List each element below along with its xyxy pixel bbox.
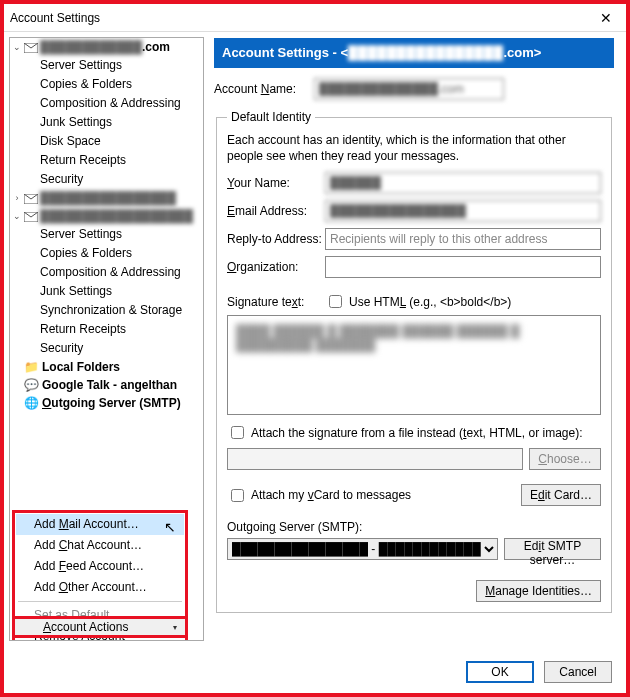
expand-icon[interactable]: ⌄ (12, 42, 22, 52)
titlebar: Account Settings ✕ (4, 4, 626, 32)
tree-item-copies-folders[interactable]: Copies & Folders (10, 75, 203, 94)
default-identity-group: Default Identity Each account has an ide… (216, 110, 612, 613)
menu-add-feed-account[interactable]: Add Feed Account… (16, 556, 184, 577)
collapse-icon[interactable]: › (12, 193, 22, 203)
cursor-icon: ↖ (164, 517, 176, 538)
account-node[interactable]: ⌄ ████████████.com (10, 38, 203, 56)
tree-item-return-receipts[interactable]: Return Receipts (10, 151, 203, 170)
local-folders-node[interactable]: 📁 Local Folders (10, 358, 203, 376)
folder-icon: 📁 (24, 360, 38, 374)
globe-icon: 🌐 (24, 396, 38, 410)
tree-item-server-settings[interactable]: Server Settings (10, 56, 203, 75)
your-name-input[interactable] (325, 172, 601, 194)
panel-header: Account Settings - <████████████████.com… (214, 38, 614, 68)
tree-item-security[interactable]: Security (10, 339, 203, 358)
account-tree[interactable]: ⌄ ████████████.com Server Settings Copie… (9, 37, 204, 641)
your-name-label: Your Name: (227, 176, 325, 190)
tree-item-junk[interactable]: Junk Settings (10, 113, 203, 132)
signature-file-path-input (227, 448, 523, 470)
use-html-label: Use HTML (e.g., <b>bold</b>) (349, 295, 511, 309)
tree-item-security[interactable]: Security (10, 170, 203, 189)
manage-identities-button[interactable]: Manage Identities… (476, 580, 601, 602)
account-label: ██████████████████ (40, 209, 193, 223)
close-icon[interactable]: ✕ (586, 4, 626, 32)
tree-item-sync-storage[interactable]: Synchronization & Storage (10, 301, 203, 320)
edit-smtp-button[interactable]: Edit SMTP server… (504, 538, 601, 560)
choose-file-button[interactable]: Choose… (529, 448, 601, 470)
organization-input[interactable] (325, 256, 601, 278)
local-folders-label: Local Folders (42, 360, 120, 374)
menu-add-chat-account[interactable]: Add Chat Account… (16, 535, 184, 556)
window-title: Account Settings (10, 11, 100, 25)
outgoing-smtp-label: Outgoing Server (SMTP) (42, 396, 181, 410)
menu-add-mail-account[interactable]: Add Mail Account… ↖ (16, 514, 184, 535)
tree-item-composition[interactable]: Composition & Addressing (10, 263, 203, 282)
cancel-button[interactable]: Cancel (544, 661, 612, 683)
attach-vcard-checkbox[interactable] (231, 489, 244, 502)
menu-add-other-account[interactable]: Add Other Account… (16, 577, 184, 598)
account-name-label: Account Name: (214, 82, 314, 96)
tree-item-junk[interactable]: Junk Settings (10, 282, 203, 301)
attach-vcard-label: Attach my vCard to messages (251, 488, 411, 502)
account-node[interactable]: ⌄ ██████████████████ (10, 207, 203, 225)
replyto-input[interactable] (325, 228, 601, 250)
outgoing-smtp-select[interactable]: ████████████████ - ████████████ (227, 538, 498, 560)
email-input[interactable] (325, 200, 601, 222)
edit-card-button[interactable]: Edit Card… (521, 484, 601, 506)
replyto-label: Reply-to Address: (227, 232, 325, 246)
mail-icon (24, 211, 38, 221)
ok-button[interactable]: OK (466, 661, 534, 683)
organization-label: Organization: (227, 260, 325, 274)
email-label: Email Address: (227, 204, 325, 218)
mail-icon (24, 193, 38, 203)
signature-textarea[interactable]: ████ ██████ █ ███████ ██████ ██████ █ ██… (227, 315, 601, 415)
use-html-checkbox[interactable] (329, 295, 342, 308)
group-legend: Default Identity (227, 110, 315, 124)
account-actions-button[interactable]: Account Actions ▾ (12, 616, 188, 638)
outgoing-smtp-node[interactable]: 🌐 Outgoing Server (SMTP) (10, 394, 203, 412)
expand-icon[interactable]: ⌄ (12, 211, 22, 221)
identity-hint: Each account has an identity, which is t… (227, 132, 601, 164)
tree-item-disk-space[interactable]: Disk Space (10, 132, 203, 151)
signature-label: Signature text: (227, 295, 325, 309)
account-label: ████████████.com (40, 40, 170, 54)
mail-icon (24, 42, 38, 52)
tree-item-copies-folders[interactable]: Copies & Folders (10, 244, 203, 263)
account-node[interactable]: › ████████████████ (10, 189, 203, 207)
account-label: ████████████████ (40, 191, 176, 205)
outgoing-smtp-label: Outgoing Server (SMTP): (227, 520, 601, 534)
settings-panel: Account Settings - <████████████████.com… (204, 32, 626, 693)
chat-icon: 💬 (24, 378, 38, 392)
tree-item-server-settings[interactable]: Server Settings (10, 225, 203, 244)
attach-signature-file-label: Attach the signature from a file instead… (251, 426, 582, 440)
tree-item-return-receipts[interactable]: Return Receipts (10, 320, 203, 339)
menu-separator (18, 601, 182, 602)
dropdown-icon: ▾ (173, 623, 177, 632)
google-talk-label: Google Talk - angelthan (42, 378, 177, 392)
account-name-input[interactable] (314, 78, 504, 100)
attach-signature-file-checkbox[interactable] (231, 426, 244, 439)
google-talk-node[interactable]: 💬 Google Talk - angelthan (10, 376, 203, 394)
tree-item-composition[interactable]: Composition & Addressing (10, 94, 203, 113)
